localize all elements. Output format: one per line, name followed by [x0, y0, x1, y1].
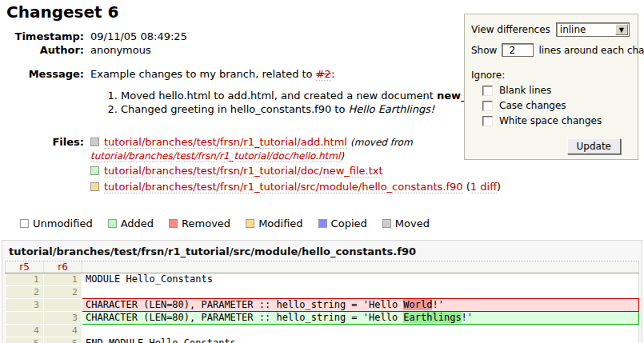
- diff-options-panel: View differences inline ▼ Show lines aro…: [464, 14, 638, 160]
- code-line: MODULE Hello_Constants: [82, 273, 639, 286]
- added-chip-icon: [90, 166, 99, 175]
- select-value: inline: [560, 24, 586, 35]
- moved-swatch: [382, 219, 391, 228]
- old-lineno: 3: [6, 299, 44, 312]
- legend-item-unmodified: Unmodified: [20, 218, 93, 229]
- old-revision-header: r5: [6, 261, 44, 273]
- note-text: Changed greeting in hello_constants.f90 …: [121, 103, 349, 115]
- code-text: CHARACTER (LEN=80), PARAMETER :: hello_s…: [86, 312, 403, 323]
- file-link-hello-constants[interactable]: tutorial/branches/test/frsn/r1_tutorial/…: [104, 181, 463, 193]
- legend-item-modified: Modified: [246, 218, 302, 229]
- old-lineno: 4: [6, 325, 44, 337]
- code-text: END MODULE Hello_Constants: [86, 337, 236, 343]
- diff-section: tutorial/branches/test/frsn/r1_tutorial/…: [2, 240, 642, 343]
- whitespace-changes-option: White space changes: [482, 115, 631, 126]
- code-text: MODULE Hello_Constants: [86, 273, 213, 285]
- legend-item-copied: Copied: [318, 218, 367, 229]
- legend-label: Moved: [395, 217, 430, 229]
- new-lineno: 4: [44, 325, 82, 337]
- file-list: tutorial/branches/test/frsn/r1_tutorial/…: [90, 135, 501, 194]
- new-lineno: 2: [44, 286, 82, 299]
- case-changes-label: Case changes: [499, 100, 566, 111]
- blank-lines-option: Blank lines: [482, 85, 631, 96]
- code-line: [82, 325, 639, 337]
- view-differences-select[interactable]: inline ▼: [556, 22, 630, 37]
- context-lines-input[interactable]: [502, 43, 534, 57]
- legend-label: Removed: [182, 217, 230, 229]
- legend-item-removed: Removed: [169, 218, 230, 229]
- timestamp-label: Timestamp:: [6, 30, 84, 43]
- modified-swatch: [246, 219, 254, 228]
- new-revision-header: r6: [44, 261, 82, 273]
- change-notes-list: Moved hello.html to add.html, and create…: [90, 89, 505, 116]
- update-button[interactable]: Update: [567, 138, 621, 154]
- diff-row: 2 2: [6, 286, 639, 299]
- legend-item-added: Added: [108, 218, 154, 229]
- legend-label: Added: [121, 217, 154, 229]
- case-changes-checkbox[interactable]: [482, 101, 493, 111]
- ignore-label: Ignore:: [471, 70, 631, 81]
- file-link-hello-html[interactable]: tutorial/branches/test/frsn/r1_tutorial/…: [90, 150, 340, 162]
- code-line-removed: CHARACTER (LEN=80), PARAMETER :: hello_s…: [82, 299, 639, 312]
- old-lineno: 2: [6, 286, 44, 299]
- code-line: [82, 286, 639, 299]
- new-revision-link[interactable]: r6: [58, 261, 68, 273]
- blank-lines-checkbox[interactable]: [482, 86, 493, 96]
- diff-row: 1 1 MODULE Hello_Constants: [6, 273, 639, 286]
- file-entry-added: tutorial/branches/test/frsn/r1_tutorial/…: [90, 164, 501, 178]
- show-suffix-label: lines around each change: [538, 45, 644, 56]
- file-entry-moved: tutorial/branches/test/frsn/r1_tutorial/…: [90, 135, 501, 162]
- view-differences-row: View differences inline ▼: [471, 22, 631, 37]
- new-lineno: [44, 299, 82, 312]
- note-text: Moved hello.html to add.html, and create…: [121, 90, 437, 102]
- code-line: END MODULE Hello_Constants: [82, 337, 639, 343]
- legend-label: Copied: [331, 217, 367, 229]
- file-link-add-html[interactable]: tutorial/branches/test/frsn/r1_tutorial/…: [104, 136, 347, 149]
- old-lineno: 5: [6, 337, 44, 343]
- timestamp-value: 09/11/05 08:49:25: [90, 30, 187, 43]
- chevron-down-icon[interactable]: ▼: [615, 24, 628, 35]
- removed-text-highlight: World: [403, 299, 432, 310]
- diff-row-added: 3 CHARACTER (LEN=80), PARAMETER :: hello…: [6, 312, 639, 325]
- added-text-highlight: Earthlings: [403, 312, 461, 323]
- moved-from-note: (moved from: [350, 137, 413, 148]
- old-lineno: [6, 312, 44, 325]
- whitespace-changes-label: White space changes: [499, 115, 602, 126]
- modified-chip-icon: [90, 182, 99, 191]
- context-lines-row: Show lines around each change: [471, 43, 631, 57]
- diff-count-link[interactable]: 1 diff: [470, 181, 497, 193]
- removed-swatch: [169, 219, 178, 228]
- new-lineno: 5: [44, 337, 82, 343]
- view-differences-label: View differences: [471, 24, 550, 35]
- moved-chip-icon: [90, 138, 99, 146]
- note-greeting: Hello Earthlings!: [349, 103, 435, 115]
- message-label: Message:: [6, 67, 84, 81]
- legend-item-moved: Moved: [382, 218, 430, 229]
- unmodified-swatch: [20, 219, 29, 228]
- legend-label: Modified: [258, 217, 302, 229]
- file-entry-modified: tutorial/branches/test/frsn/r1_tutorial/…: [90, 180, 501, 194]
- added-swatch: [108, 219, 117, 228]
- code-text: CHARACTER (LEN=80), PARAMETER :: hello_s…: [86, 299, 403, 310]
- ticket-link[interactable]: #2: [316, 68, 331, 81]
- message-suffix: :: [331, 68, 334, 80]
- diff-row: 5 5 END MODULE Hello_Constants: [6, 337, 639, 343]
- file-link-new-file-txt[interactable]: tutorial/branches/test/frsn/r1_tutorial/…: [104, 165, 383, 177]
- code-text: !': [432, 299, 443, 310]
- show-label: Show: [471, 45, 497, 56]
- new-lineno: 1: [44, 273, 82, 286]
- new-lineno: 3: [44, 312, 82, 325]
- change-note-item: Changed greeting in hello_constants.f90 …: [121, 102, 505, 116]
- legend-label: Unmodified: [33, 217, 93, 229]
- diff-row-removed: 3 CHARACTER (LEN=80), PARAMETER :: hello…: [6, 299, 639, 312]
- diff-file-header: tutorial/branches/test/frsn/r1_tutorial/…: [2, 241, 642, 261]
- old-revision-link[interactable]: r5: [19, 261, 30, 273]
- diff-code-header: [82, 261, 639, 273]
- blank-lines-label: Blank lines: [499, 85, 551, 96]
- note-close: ): [340, 150, 344, 162]
- case-changes-option: Case changes: [482, 100, 631, 111]
- diff-table: r5 r6 1 1 MODULE Hello_Constants 2 2 3 C…: [5, 261, 639, 343]
- diff-header-row: r5 r6: [6, 261, 639, 273]
- whitespace-changes-checkbox[interactable]: [482, 116, 493, 126]
- author-label: Author:: [6, 43, 84, 57]
